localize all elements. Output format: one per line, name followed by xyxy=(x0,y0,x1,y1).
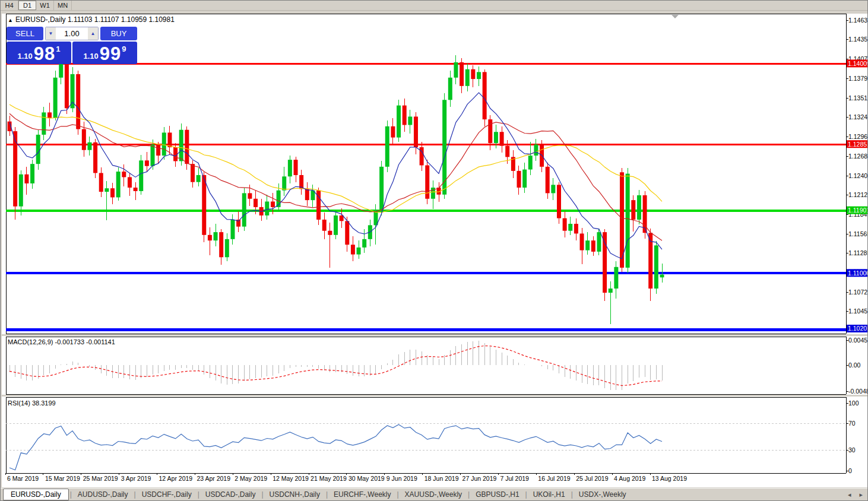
svg-text:1.14009: 1.14009 xyxy=(848,60,868,67)
chart-tab-usdcnh[interactable]: USDCNH-,Daily xyxy=(264,490,326,499)
svg-text:1.11285: 1.11285 xyxy=(848,249,868,256)
chart-tab-eurusd[interactable]: EURUSD-,Daily xyxy=(3,489,69,500)
timeframe-button-mn[interactable]: MN xyxy=(54,1,72,10)
svg-text:-0.004806: -0.004806 xyxy=(848,388,868,395)
svg-text:16 Jul 2019: 16 Jul 2019 xyxy=(538,475,570,482)
svg-text:12 May 2019: 12 May 2019 xyxy=(273,475,309,482)
svg-text:1.11565: 1.11565 xyxy=(848,230,868,237)
tabs-scroll-right-icon[interactable]: ▸ xyxy=(859,491,863,499)
volume-stepper: ▼ 1.00 ▲ xyxy=(45,27,99,40)
volume-input[interactable]: 1.00 xyxy=(56,27,88,40)
svg-text:1.13515: 1.13515 xyxy=(848,94,868,102)
trading-terminal-window: H4D1W1MN 1.146351.143551.140751.137951.1… xyxy=(0,0,868,501)
chart-tab-usdcad[interactable]: USDCAD-,Daily xyxy=(199,490,262,499)
svg-text:7 Jul 2019: 7 Jul 2019 xyxy=(500,475,529,482)
svg-text:27 Jun 2019: 27 Jun 2019 xyxy=(462,475,497,482)
buy-price-box[interactable]: 1.10 99 9 xyxy=(72,42,137,64)
svg-text:100: 100 xyxy=(848,399,859,407)
one-click-trading-panel: SELL ▼ 1.00 ▲ BUY 1.10 98 1 1.10 99 9 xyxy=(7,27,137,64)
timeframe-button-d1[interactable]: D1 xyxy=(18,1,36,10)
svg-text:70: 70 xyxy=(848,420,856,427)
chart-tab-usdx[interactable]: USDX-,Weekly xyxy=(573,490,632,499)
svg-text:2 May 2019: 2 May 2019 xyxy=(235,475,267,482)
svg-text:1.10725: 1.10725 xyxy=(848,288,868,296)
sell-price-pip: 1 xyxy=(56,45,60,53)
chart-tab-eurchf[interactable]: EURCHF-,Weekly xyxy=(328,490,397,499)
timeframe-button-h4[interactable]: H4 xyxy=(1,1,18,10)
chart-tab-xauusd[interactable]: XAUUSD-,Weekly xyxy=(399,490,468,499)
symbol-ohlc-text: EURUSD-,Daily 1.11103 1.11107 1.10959 1.… xyxy=(15,15,175,24)
svg-text:1.12120: 1.12120 xyxy=(848,191,868,198)
svg-text:0.00: 0.00 xyxy=(848,362,861,369)
buy-price-prefix: 1.10 xyxy=(83,52,98,61)
svg-text:23 Apr 2019: 23 Apr 2019 xyxy=(197,475,230,482)
svg-text:9 Jun 2019: 9 Jun 2019 xyxy=(387,475,417,482)
rsi-indicator-label: RSI(14) 38.3199 xyxy=(8,399,56,407)
svg-text:15 Mar 2019: 15 Mar 2019 xyxy=(45,475,80,482)
svg-text:13 Aug 2019: 13 Aug 2019 xyxy=(652,475,687,482)
svg-text:1.12400: 1.12400 xyxy=(848,172,868,179)
buy-button[interactable]: BUY xyxy=(100,27,137,40)
chart-tab-ukoil[interactable]: UKOil-,H1 xyxy=(527,490,571,499)
svg-text:6 Mar 2019: 6 Mar 2019 xyxy=(7,475,39,482)
svg-text:25 Jul 2019: 25 Jul 2019 xyxy=(576,475,608,482)
price-chart[interactable]: 1.146351.143551.140751.137951.135151.132… xyxy=(2,11,868,487)
svg-text:4 Aug 2019: 4 Aug 2019 xyxy=(614,475,645,482)
svg-text:21 May 2019: 21 May 2019 xyxy=(311,475,347,482)
svg-text:1.13795: 1.13795 xyxy=(848,75,868,82)
svg-text:30 May 2019: 30 May 2019 xyxy=(349,475,385,482)
chart-window: 1.146351.143551.140751.137951.135151.132… xyxy=(2,11,867,487)
timeframe-toolbar: H4D1W1MN xyxy=(1,1,868,11)
svg-text:25 Mar 2019: 25 Mar 2019 xyxy=(83,475,118,482)
svg-text:1.10201: 1.10201 xyxy=(848,325,868,332)
svg-text:12 Apr 2019: 12 Apr 2019 xyxy=(159,475,193,482)
svg-text:0: 0 xyxy=(848,467,852,474)
sell-price-prefix: 1.10 xyxy=(17,52,32,61)
chart-tabs-bar: EURUSD-,Daily|AUDUSD-,Daily|USDCHF-,Dail… xyxy=(1,488,868,500)
chart-tab-gbpusd[interactable]: GBPUSD-,H1 xyxy=(470,490,525,499)
sell-price-big: 98 xyxy=(34,45,55,63)
svg-text:18 Jun 2019: 18 Jun 2019 xyxy=(425,475,459,482)
sell-button[interactable]: SELL xyxy=(7,27,43,40)
svg-text:1.13240: 1.13240 xyxy=(848,113,868,121)
buy-price-big: 99 xyxy=(100,45,121,63)
svg-text:1.12680: 1.12680 xyxy=(848,153,868,160)
svg-text:30: 30 xyxy=(848,446,856,454)
buy-price-pip: 9 xyxy=(122,45,126,53)
svg-text:0.004517: 0.004517 xyxy=(848,337,868,344)
sell-price-box[interactable]: 1.10 98 1 xyxy=(7,42,71,64)
svg-text:1.11000: 1.11000 xyxy=(848,269,868,277)
volume-increase-icon[interactable]: ▲ xyxy=(88,27,98,40)
volume-decrease-icon[interactable]: ▼ xyxy=(46,27,56,40)
chart-tab-audusd[interactable]: AUDUSD-,Daily xyxy=(72,490,134,499)
svg-text:1.12960: 1.12960 xyxy=(848,133,868,140)
svg-text:1.14635: 1.14635 xyxy=(848,17,868,24)
svg-text:1.12851: 1.12851 xyxy=(848,141,868,148)
macd-indicator-label: MACD(12,26,9) -0.001733 -0.001141 xyxy=(8,338,115,345)
timeframe-button-w1[interactable]: W1 xyxy=(36,1,54,10)
svg-text:3 Apr 2019: 3 Apr 2019 xyxy=(121,475,151,482)
svg-text:1.10450: 1.10450 xyxy=(848,307,868,315)
tabs-scroll-left-icon[interactable]: ◂ xyxy=(848,491,851,499)
svg-text:1.11901: 1.11901 xyxy=(848,207,868,214)
symbol-header: ▲EURUSD-,Daily 1.11103 1.11107 1.10959 1… xyxy=(8,15,175,24)
svg-text:1.14355: 1.14355 xyxy=(848,36,868,43)
collapse-arrow-icon[interactable]: ▲ xyxy=(8,17,13,23)
chart-tab-usdchf[interactable]: USDCHF-,Daily xyxy=(136,490,198,499)
